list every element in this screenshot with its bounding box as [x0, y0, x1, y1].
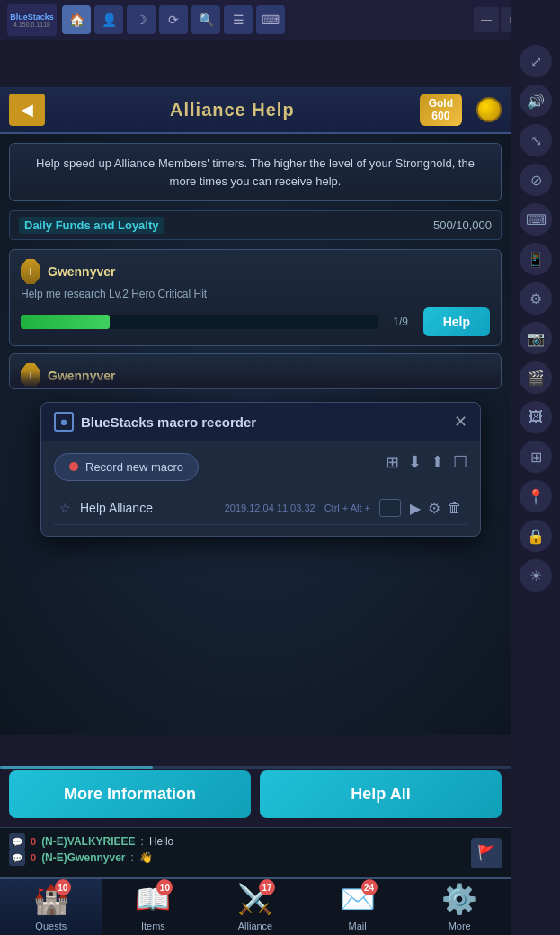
help-item-2-partial: I Gwennyver — [9, 353, 502, 389]
alliance-badge: 17 — [259, 879, 275, 895]
location-icon[interactable]: 📍 — [520, 480, 552, 512]
funds-row: Daily Funds and Loyalty 500/10,000 — [9, 210, 502, 240]
grid-icon[interactable]: ⊞ — [520, 441, 552, 473]
folder-icon[interactable]: ☐ — [453, 452, 467, 472]
macro-close-button[interactable]: ✕ — [454, 414, 467, 430]
topbar-icons: 🏠 👤 ☽ ⟳ 🔍 ☰ ⌨ — [62, 5, 468, 34]
macro-name-1: Help Alliance — [80, 501, 216, 515]
mail-badge: 24 — [361, 879, 378, 895]
macro-modal-body: Record new macro ⊞ ⬇ ⬆ ☐ ☆ Help Alliance… — [41, 441, 480, 536]
video-icon[interactable]: 🎬 — [520, 361, 552, 394]
volume-icon[interactable]: 🔊 — [520, 85, 552, 117]
chat-line-1: 💬 0 (N-E)VALKYRIEEE: Hello — [9, 833, 502, 850]
minimize-button[interactable]: — — [474, 7, 499, 32]
nav-icon-container-mail: ✉️ 24 — [338, 879, 378, 919]
help-item-1-header: I Gwennyver — [21, 259, 490, 284]
macro-modal: BlueStacks macro recorder ✕ Record new m… — [40, 402, 481, 537]
help-action-text-1: Help me research Lv.2 Hero Critical Hit — [21, 288, 490, 300]
search-icon[interactable]: 🔍 — [191, 5, 220, 34]
help-item-1: I Gwennyver Help me research Lv.2 Hero C… — [9, 249, 502, 346]
help-progress-row-1: 1/9 Help — [21, 307, 490, 336]
brightness-icon[interactable]: ☀ — [520, 559, 552, 592]
mail-label: Mail — [348, 921, 366, 931]
nav-item-alliance[interactable]: ⚔️ 17 Alliance — [204, 879, 307, 935]
settings-button-1[interactable]: ⚙ — [428, 500, 440, 517]
camera-icon[interactable]: 📷 — [520, 322, 552, 354]
slash-icon[interactable]: ⊘ — [520, 164, 552, 196]
top-bar: BlueStacks 4.150.0.1118 🏠 👤 ☽ ⟳ 🔍 ☰ ⌨ — … — [0, 0, 560, 40]
help-button-1[interactable]: Help — [423, 307, 490, 336]
home-icon[interactable]: 🏠 — [62, 5, 91, 34]
nav-icon-container-items: 📖 10 — [133, 879, 173, 919]
app-name: BlueStacks — [10, 13, 54, 22]
star-icon-1[interactable]: ☆ — [59, 501, 71, 515]
import-icon[interactable]: ⊞ — [386, 452, 399, 472]
nav-icon-container-quests: 🏰 10 — [31, 879, 71, 919]
nav-item-quests[interactable]: 🏰 10 Quests — [0, 879, 102, 935]
chat-flag-badge[interactable]: 🚩 — [471, 838, 502, 868]
macro-date-1: 2019.12.04 11.03.32 — [225, 503, 316, 513]
macro-shortcut-1: Ctrl + Alt + — [324, 503, 370, 513]
chat-username-2: (N-E)Gwennyver — [41, 850, 125, 866]
progress-bar-fill-1 — [21, 315, 110, 329]
content-layer: ◀ Alliance Help Gold 600 Help speed up A… — [0, 87, 511, 389]
quests-label: Quests — [35, 921, 67, 931]
fullscreen-icon[interactable]: ⤡ — [520, 124, 552, 156]
page-title: Alliance Help — [54, 100, 411, 120]
macro-title-row: BlueStacks macro recorder — [54, 412, 256, 432]
progress-bar-bg-1 — [21, 315, 378, 329]
macro-recorder-icon — [54, 412, 74, 432]
gold-amount: 600 — [431, 110, 449, 122]
app-version: 4.150.0.1118 — [13, 22, 50, 28]
macro-toolbar: ⊞ ⬇ ⬆ ☐ — [386, 452, 467, 472]
play-button-1[interactable]: ▶ — [410, 500, 421, 517]
app-logo: BlueStacks 4.150.0.1118 — [7, 4, 57, 36]
nav-item-items[interactable]: 📖 10 Items — [102, 879, 205, 935]
right-sidebar: ⤢ 🔊 ⤡ ⊘ ⌨ 📱 ⚙ 📷 🎬 🖼 ⊞ 📍 🔒 ☀ — [511, 0, 560, 935]
chat-message-1: Hello — [149, 833, 173, 850]
nav-item-more[interactable]: ⚙️ More — [408, 879, 511, 935]
gold-label: Gold — [429, 97, 453, 110]
chat-icon-1: 💬 — [9, 833, 25, 850]
settings-icon[interactable]: ⚙ — [520, 282, 552, 315]
more-information-button[interactable]: More Information — [9, 770, 251, 818]
macro-list-item-1: ☆ Help Alliance 2019.12.04 11.03.32 Ctrl… — [54, 492, 467, 525]
download-icon[interactable]: ⬇ — [408, 452, 422, 472]
progress-text-1: 1/9 — [387, 316, 414, 328]
partial-overlay — [10, 370, 501, 388]
refresh-icon[interactable]: ⟳ — [159, 5, 188, 34]
lock-icon[interactable]: 🔒 — [520, 520, 552, 552]
macro-shortcut-box-1[interactable] — [379, 499, 401, 517]
bottom-nav: 🏰 10 Quests 📖 10 Items ⚔️ 17 Alliance ✉️… — [0, 877, 511, 935]
nav-icon-container-alliance: ⚔️ 17 — [236, 879, 275, 919]
menu-icon[interactable]: ☰ — [224, 5, 253, 34]
help-all-button[interactable]: Help All — [260, 770, 502, 818]
expand-icon[interactable]: ⤢ — [520, 45, 552, 77]
keyboard2-icon[interactable]: ⌨ — [520, 203, 552, 236]
chat-icon-2: 💬 — [9, 850, 25, 866]
crescent-icon[interactable]: ☽ — [127, 5, 156, 34]
help-description: Help speed up Alliance Members' timers. … — [9, 143, 502, 201]
main-content: ◀ Alliance Help Gold 600 Help speed up A… — [0, 40, 511, 935]
back-button[interactable]: ◀ — [9, 94, 45, 126]
quests-badge: 10 — [55, 879, 71, 895]
items-label: Items — [141, 921, 165, 931]
more-label: More — [449, 921, 471, 931]
profile-icon[interactable]: 👤 — [94, 5, 123, 34]
mobile-icon[interactable]: 📱 — [520, 243, 552, 275]
record-new-macro-button[interactable]: Record new macro — [54, 453, 199, 481]
chat-line-2: 💬 0 (N-E)Gwennyver: 👋 — [9, 850, 502, 866]
keyboard-icon[interactable]: ⌨ — [256, 5, 285, 34]
funds-label: Daily Funds and Loyalty — [19, 217, 164, 234]
chat-area: 💬 0 (N-E)VALKYRIEEE: Hello 💬 0 (N-E)Gwen… — [0, 827, 511, 877]
member-icon-1: I — [21, 259, 40, 284]
macro-action-buttons-1: ▶ ⚙ 🗑 — [410, 500, 462, 517]
gallery-icon[interactable]: 🖼 — [520, 401, 552, 433]
record-btn-label: Record new macro — [85, 460, 183, 474]
delete-button-1[interactable]: 🗑 — [448, 500, 462, 516]
nav-item-mail[interactable]: ✉️ 24 Mail — [307, 879, 409, 935]
upload-icon[interactable]: ⬆ — [431, 452, 444, 472]
gold-coin-icon — [476, 97, 502, 122]
member-name-1: Gwennyver — [48, 264, 115, 279]
funds-value: 500/10,000 — [433, 218, 492, 232]
